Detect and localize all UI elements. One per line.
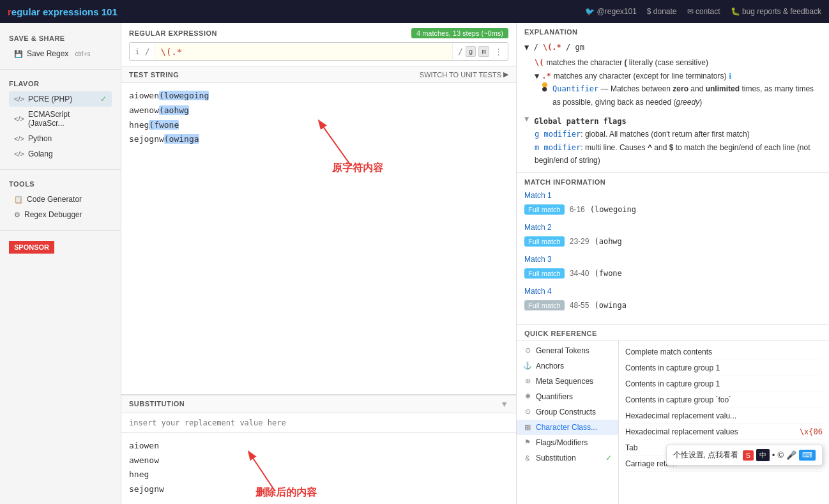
qr-detail-4: Contents in capture group `foo` xyxy=(625,392,823,408)
exp-flag-m-text: m modifier: multi line. Causes ^ and $ t… xyxy=(535,141,821,167)
regex-input[interactable] xyxy=(155,43,452,60)
qr-detail: Complete match contents Contents in capt… xyxy=(619,340,829,504)
code-icon-golang: </> xyxy=(14,150,24,158)
sponsor-button[interactable]: SPONSOR xyxy=(9,241,54,254)
test-content[interactable]: aiowen(lowegoing awenow(aohwg hneg(fwone… xyxy=(121,83,516,394)
flavor-pcre[interactable]: </> PCRE (PHP) ✓ xyxy=(9,91,112,107)
qr-meta-label: Meta Sequences xyxy=(536,377,593,386)
regex-section: REGULAR EXPRESSION 4 matches, 13 steps (… xyxy=(121,23,516,66)
qr-detail-5: Hexadecimal replacement valu... xyxy=(625,408,823,424)
tooltip-icon-6: ⌨ xyxy=(799,450,816,461)
code-icon-python: </> xyxy=(14,135,24,142)
match-section: MATCH INFORMATION Match 1 Full match 6-1… xyxy=(517,173,829,325)
tooltip-icons: S 中 • © 🎤 ⌨ xyxy=(743,449,816,461)
switch-to-unit-tests[interactable]: SWITCH TO UNIT TESTS ▶ xyxy=(420,70,508,79)
flavor-section: FLAVOR </> PCRE (PHP) ✓ </> ECMAScript (… xyxy=(0,75,121,164)
qr-flags-modifiers[interactable]: ⚑ Flags/Modifiers xyxy=(517,435,618,450)
match-highlight-3: (fwone xyxy=(149,120,179,130)
qr-detail-6: Hexadecimal replacement values \x{06 xyxy=(625,424,823,440)
right-panel: EXPLANATION ▼ / \(.* / gm \( matches the… xyxy=(516,23,829,504)
match-label-1: Match 1 xyxy=(524,191,821,200)
test-section: TEST STRING SWITCH TO UNIT TESTS ▶ aiowe… xyxy=(121,66,516,395)
flavor-title: FLAVOR xyxy=(9,80,112,88)
code-icon-ecma: </> xyxy=(14,115,24,123)
sub-section-label: SUBSTITUTION xyxy=(129,400,185,408)
match-val-4: (owinga xyxy=(594,301,627,310)
exp-flags-title: Global pattern flags xyxy=(534,115,627,128)
qr-flags-icon: ⚑ xyxy=(523,438,532,447)
save-icon: 💾 xyxy=(14,50,23,58)
brand-name: egular expressions 101 xyxy=(11,6,118,17)
bug-report-link[interactable]: 🐛 bug reports & feedback xyxy=(731,7,821,16)
test-line-2: awenow(aohwg xyxy=(129,104,508,118)
qr-char-label: Character Class... xyxy=(536,423,597,432)
qr-header: QUICK REFERENCE xyxy=(517,325,829,340)
sub-line-4: sejognw xyxy=(129,483,508,496)
match-pos-4: 48-55 xyxy=(570,301,589,310)
sub-collapse-icon[interactable]: ▼ xyxy=(500,399,508,409)
match-badge: 4 matches, 13 steps (~0ms) xyxy=(411,28,508,38)
qr-general-label: General Tokens xyxy=(536,346,589,355)
match-val-2: (aohwg xyxy=(594,237,621,246)
tools-section: TOOLS 📋 Code Generator ⚙ Regex Debugger xyxy=(0,175,121,225)
test-header: TEST STRING SWITCH TO UNIT TESTS ▶ xyxy=(121,66,516,83)
save-regex-button[interactable]: 💾 Save Regex ctrl+s xyxy=(9,46,112,61)
qr-anchors[interactable]: ⚓ Anchors xyxy=(517,358,618,374)
qr-sub-icon: & xyxy=(523,454,532,462)
donate-link[interactable]: $ donate xyxy=(647,7,677,16)
twitter-link[interactable]: 🐦 @regex101 xyxy=(585,7,637,16)
match-badge-4: Full match xyxy=(524,300,565,310)
exp-text-3: Quantifier — Matches between zero and un… xyxy=(552,82,821,109)
tooltip-icon-1: S xyxy=(743,450,754,461)
match-badge-3: Full match xyxy=(524,268,565,279)
sub-header: SUBSTITUTION ▼ xyxy=(121,395,516,413)
qr-content: ⊙ General Tokens ⚓ Anchors ⊕ Meta Sequen… xyxy=(517,340,829,504)
code-generator-button[interactable]: 📋 Code Generator xyxy=(9,192,112,207)
regex-prefix: i / xyxy=(130,43,155,59)
sub-line-2: awenow xyxy=(129,454,508,468)
qr-detail-6-code: \x{06 xyxy=(800,426,823,438)
flavor-golang[interactable]: </> Golang xyxy=(9,146,112,162)
match-pos-2: 23-29 xyxy=(570,237,589,246)
flavor-python[interactable]: </> Python xyxy=(9,131,112,146)
qr-quant-label: Quantifiers xyxy=(536,392,573,401)
match-highlight-2: (aohwg xyxy=(159,105,189,115)
qr-quantifiers[interactable]: ✱ Quantifiers xyxy=(517,389,618,404)
code-generator-label: Code Generator xyxy=(27,195,82,204)
qr-flags-label: Flags/Modifiers xyxy=(536,438,588,447)
flag-g[interactable]: g xyxy=(466,46,476,57)
nav-right: 🐦 @regex101 $ donate ✉ contact 🐛 bug rep… xyxy=(585,7,821,16)
nav-left: regular expressions 101 xyxy=(8,6,118,17)
flag-m[interactable]: m xyxy=(478,46,489,57)
qr-substitution[interactable]: & Substitution ✓ xyxy=(517,450,618,466)
qr-detail-2: Contents in capture group 1 xyxy=(625,360,823,376)
qr-meta-sequences[interactable]: ⊕ Meta Sequences xyxy=(517,374,618,389)
match-group-2: Match 2 Full match 23-29 (aohwg xyxy=(524,223,821,248)
qr-group-constructs[interactable]: ⊙ Group Constructs xyxy=(517,404,618,420)
regex-debugger-button[interactable]: ⚙ Regex Debugger xyxy=(9,207,112,222)
regex-debugger-label: Regex Debugger xyxy=(24,210,82,219)
tooltip-icon-4: © xyxy=(777,450,784,460)
test-section-label: TEST STRING xyxy=(129,71,179,79)
qr-general-tokens[interactable]: ⊙ General Tokens xyxy=(517,343,618,358)
qr-group-icon: ⊙ xyxy=(523,408,532,416)
contact-link[interactable]: ✉ contact xyxy=(687,7,720,16)
match-badge-1: Full match xyxy=(524,204,565,215)
exp-flag-g-text: g modifier: global. All matches (don't r… xyxy=(535,128,821,141)
explanation-section: EXPLANATION ▼ / \(.* / gm \( matches the… xyxy=(517,23,829,173)
sub-input[interactable] xyxy=(121,413,516,433)
save-regex-label: Save Regex xyxy=(27,49,68,58)
tooltip-icon-3: • xyxy=(772,450,775,460)
flavor-ecmascript[interactable]: </> ECMAScript (JavaScr... xyxy=(9,107,112,131)
match-highlight-1: (lowegoing xyxy=(159,91,209,100)
tooltip-popup: 个性设置, 点我看看 S 中 • © 🎤 ⌨ xyxy=(666,445,823,466)
sub-line-1: aiowen xyxy=(129,439,508,453)
exp-flag-m: m modifier: multi line. Causes ^ and $ t… xyxy=(535,141,821,167)
tools-title: TOOLS xyxy=(9,180,112,188)
qr-character-class[interactable]: ▦ Character Class... xyxy=(517,420,618,435)
regex-options-icon[interactable]: ⋮ xyxy=(494,47,503,56)
sidebar: SAVE & SHARE 💾 Save Regex ctrl+s FLAVOR … xyxy=(0,23,121,504)
exp-info-link[interactable]: ℹ xyxy=(729,72,732,80)
tooltip-icon-2: 中 xyxy=(756,449,770,461)
match-row-1: Full match 6-16 (lowegoing xyxy=(524,202,821,217)
